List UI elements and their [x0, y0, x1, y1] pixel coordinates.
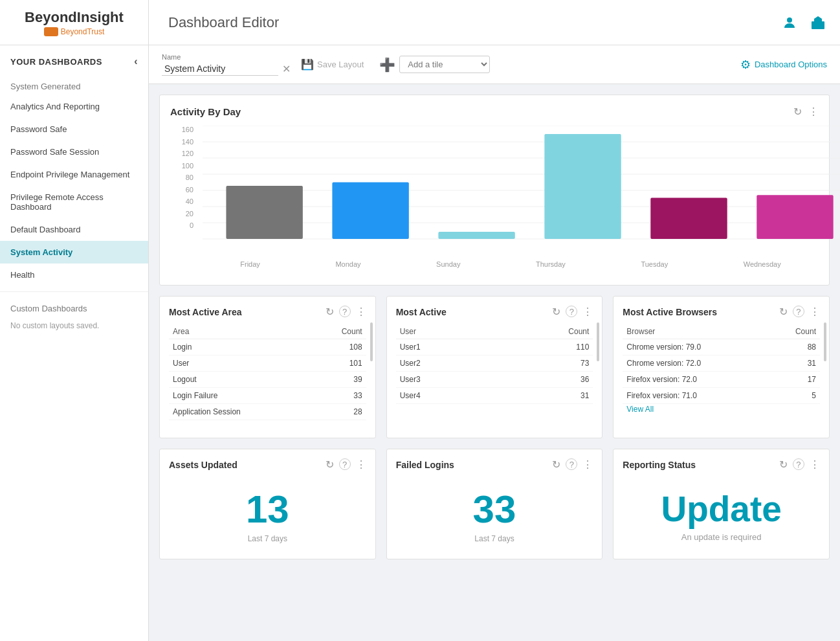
save-icon: 💾: [301, 58, 314, 71]
most-active-browsers-refresh[interactable]: ↻: [779, 306, 788, 318]
assets-updated-number: 13: [246, 490, 289, 529]
user4-name: User4: [396, 388, 494, 404]
most-active-browsers-card: Most Active Browsers ↻ ? ⋮ Browser Count: [613, 296, 830, 438]
toolbar: Name ✕ 💾 Save Layout ➕ Add a tile ⚙ Dash…: [149, 45, 840, 84]
x-label-friday: Friday: [240, 260, 260, 268]
sidebar-item-password-safe[interactable]: Password Safe: [0, 118, 148, 141]
most-active-user-more[interactable]: ⋮: [582, 306, 593, 318]
activity-by-day-card: Activity By Day ↻ ⋮ 0 20 40 60: [159, 95, 830, 286]
browser3-count: 17: [769, 372, 820, 388]
clear-name-btn[interactable]: ✕: [282, 63, 291, 75]
assets-updated-body: 13 Last 7 days: [169, 477, 366, 550]
save-label: Save Layout: [317, 60, 364, 69]
user-icon[interactable]: [780, 14, 799, 32]
assets-updated-card: Assets Updated ↻ ? ⋮ 13 Last 7 days: [159, 449, 376, 559]
sidebar-item-analytics[interactable]: Analytics And Reporting: [0, 95, 148, 118]
chart-refresh-btn[interactable]: ↻: [793, 106, 802, 118]
table-row: Chrome version: 79.0 88: [623, 339, 820, 355]
sidebar-divider: [0, 291, 148, 292]
scrollbar[interactable]: [597, 322, 599, 361]
assets-updated-more[interactable]: ⋮: [356, 458, 366, 471]
x-label-monday: Monday: [335, 260, 360, 268]
most-active-user-help[interactable]: ?: [566, 306, 577, 317]
most-active-area-header: Most Active Area ↻ ? ⋮: [169, 306, 366, 318]
most-active-area-help[interactable]: ?: [339, 306, 351, 317]
table-row: Application Session 28: [169, 404, 366, 420]
page-title: Dashboard Editor: [149, 14, 780, 31]
save-layout-btn[interactable]: 💾 Save Layout: [301, 58, 364, 71]
scrollbar[interactable]: [824, 322, 826, 361]
sidebar-item-system-activity[interactable]: System Activity: [0, 241, 148, 264]
area-user: User: [169, 355, 312, 372]
tiles-row-2: Assets Updated ↻ ? ⋮ 13 Last 7 days: [159, 449, 830, 559]
most-active-browsers-header: Most Active Browsers ↻ ? ⋮: [623, 306, 820, 318]
reporting-status-refresh[interactable]: ↻: [779, 458, 788, 471]
reporting-status-title: Reporting Status: [623, 460, 696, 470]
most-active-area-refresh[interactable]: ↻: [326, 306, 334, 318]
reporting-status-more[interactable]: ⋮: [810, 458, 820, 471]
dashboard-name-input[interactable]: [162, 62, 278, 76]
sidebar-item-default-dashboard[interactable]: Default Dashboard: [0, 218, 148, 241]
svg-rect-15: [650, 198, 727, 239]
user3-name: User3: [396, 372, 494, 388]
chart-title: Activity By Day: [170, 106, 241, 117]
name-input-row: ✕: [162, 62, 291, 76]
failed-logins-refresh[interactable]: ↻: [552, 458, 560, 471]
browser4-name: Firefox version: 71.0: [623, 388, 769, 404]
reporting-status-help[interactable]: ?: [793, 458, 804, 470]
failed-logins-help[interactable]: ?: [566, 458, 577, 470]
sidebar-header: YOUR DASHBOARDS ‹: [0, 45, 148, 75]
most-active-browsers-help[interactable]: ?: [793, 306, 804, 317]
most-active-user-refresh[interactable]: ↻: [552, 306, 560, 318]
table-row: Login Failure 33: [169, 388, 366, 404]
assets-updated-help[interactable]: ?: [339, 458, 351, 470]
col-count-user: Count: [494, 324, 593, 339]
view-all-btn[interactable]: View All: [623, 402, 658, 416]
failed-logins-title: Failed Logins: [396, 460, 454, 470]
count-user: 101: [312, 355, 366, 372]
failed-logins-actions: ↻ ? ⋮: [552, 458, 593, 471]
svg-rect-11: [226, 186, 302, 239]
assets-updated-refresh[interactable]: ↻: [326, 458, 334, 471]
bar-chart: 0 20 40 60 80 100 120 140 160: [170, 126, 819, 275]
area-login-failure: Login Failure: [169, 388, 312, 404]
svg-rect-13: [438, 232, 514, 239]
most-active-area-more[interactable]: ⋮: [356, 306, 366, 318]
failed-logins-more[interactable]: ⋮: [582, 458, 593, 471]
add-tile-group: ➕ Add a tile: [379, 56, 490, 73]
add-tile-select[interactable]: Add a tile: [399, 56, 490, 73]
most-active-user-title: Most Active: [396, 307, 447, 317]
logo-sub: BeyondTrust: [44, 27, 105, 36]
x-label-thursday: Thursday: [536, 260, 566, 268]
browser4-count: 5: [769, 388, 820, 404]
most-active-browsers-more[interactable]: ⋮: [810, 306, 820, 318]
table-row: Chrome version: 72.0 31: [623, 355, 820, 372]
reporting-status-sub: An update is required: [681, 532, 762, 542]
main-content: Name ✕ 💾 Save Layout ➕ Add a tile ⚙ Dash…: [149, 45, 840, 641]
reporting-status-body: Update An update is required: [623, 477, 820, 550]
assets-updated-actions: ↻ ? ⋮: [326, 458, 366, 471]
browser2-count: 31: [769, 355, 820, 372]
table-row: Firefox version: 71.0 5: [623, 388, 820, 404]
most-active-user-actions: ↻ ? ⋮: [552, 306, 593, 318]
chart-more-btn[interactable]: ⋮: [808, 106, 819, 118]
scrollbar[interactable]: [370, 322, 373, 361]
logo-area: BeyondInsight BeyondTrust: [0, 0, 149, 45]
most-active-area-card: Most Active Area ↻ ? ⋮ Area Count: [159, 296, 376, 438]
browser2-name: Chrome version: 72.0: [623, 355, 769, 372]
dashboard-options-btn[interactable]: ⚙ Dashboard Options: [740, 58, 827, 72]
area-logout: Logout: [169, 372, 312, 388]
reporting-status-card: Reporting Status ↻ ? ⋮ Update An update …: [613, 449, 830, 559]
most-active-user-card: Most Active ↻ ? ⋮ User Count: [386, 296, 603, 438]
sidebar-item-password-safe-session[interactable]: Password Safe Session: [0, 141, 148, 163]
building-icon[interactable]: [809, 14, 827, 32]
dashboard-content: Activity By Day ↻ ⋮ 0 20 40 60: [149, 84, 840, 580]
add-tile-icon[interactable]: ➕: [379, 57, 395, 73]
browser1-name: Chrome version: 79.0: [623, 339, 769, 355]
most-active-user-header: Most Active ↻ ? ⋮: [396, 306, 593, 318]
sidebar-item-privilege-remote[interactable]: Privilege Remote Access Dashboard: [0, 186, 148, 218]
sidebar-item-health[interactable]: Health: [0, 264, 148, 286]
sidebar-item-endpoint[interactable]: Endpoint Privilege Management: [0, 163, 148, 186]
user3-count: 36: [494, 372, 593, 388]
sidebar-collapse-btn[interactable]: ‹: [134, 56, 138, 67]
